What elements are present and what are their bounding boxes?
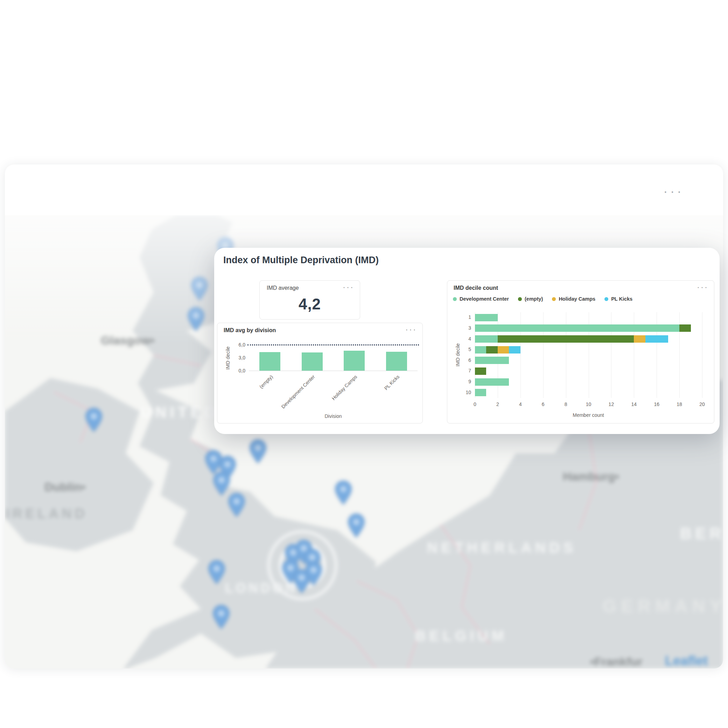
chart-title: IMD decile count <box>454 285 498 291</box>
bar-decile-6-segment[interactable] <box>475 356 509 364</box>
x-tick-label: 20 <box>699 401 705 407</box>
map-label-dublin: Dublin• <box>44 480 86 494</box>
map-label-belgium: BELGIUM <box>415 627 508 644</box>
y-category-label: 5 <box>454 347 471 352</box>
bar-decile-1-segment[interactable] <box>475 314 498 321</box>
bar-decile-4-segment[interactable] <box>645 335 668 343</box>
bar-decile-3-segment[interactable] <box>679 324 691 332</box>
bar-decile-4-segment[interactable] <box>498 335 634 343</box>
legend-swatch <box>518 297 522 301</box>
legend-swatch <box>552 297 556 301</box>
bar-decile-5-segment[interactable] <box>475 346 486 353</box>
x-tick-label: Holiday Camps <box>331 374 358 401</box>
imd-average-title: IMD average <box>267 285 299 291</box>
bar-PL Kicks[interactable] <box>386 352 407 371</box>
x-tick-label: 0 <box>474 401 476 407</box>
plot-area <box>249 345 418 371</box>
y-category-label: 1 <box>454 314 471 320</box>
legend-label: PL Kicks <box>611 296 632 302</box>
plot-area <box>475 312 702 398</box>
legend-item-3[interactable]: PL Kicks <box>604 296 632 302</box>
more-options-icon[interactable]: ··· <box>697 283 708 291</box>
y-category-label: 3 <box>454 325 471 331</box>
more-options-icon[interactable]: ··· <box>405 325 417 333</box>
bar-Development Center[interactable] <box>302 352 323 371</box>
bar-decile-10-segment[interactable] <box>475 389 486 396</box>
bar-decile-4-segment[interactable] <box>634 335 645 343</box>
bar-decile-4-segment[interactable] <box>475 335 498 343</box>
x-axis-title: Member count <box>573 412 604 418</box>
imd-avg-by-division-card: IMD avg by division ··· IMD decile 0,03,… <box>217 323 423 424</box>
bar-decile-5-segment[interactable] <box>509 346 520 353</box>
page: ··· <box>0 0 728 728</box>
map-label-hamburg: Hamburg• <box>563 470 619 483</box>
x-tick-label: 14 <box>632 401 637 407</box>
y-category-label: 6 <box>454 357 471 363</box>
legend-label: (empty) <box>525 296 543 302</box>
more-options-icon[interactable]: ··· <box>343 283 354 291</box>
legend-item-2[interactable]: Holiday Camps <box>552 296 595 302</box>
x-tick-label: 8 <box>564 401 567 407</box>
map-marker[interactable] <box>348 514 364 537</box>
x-tick-label: 4 <box>519 401 522 407</box>
map-label-berlin: BER <box>680 524 723 543</box>
legend-swatch <box>453 297 457 301</box>
x-tick-label: (empty) <box>258 374 274 390</box>
x-tick-label: 10 <box>586 401 592 407</box>
bar-Holiday Camps[interactable] <box>344 351 365 371</box>
bar-(empty)[interactable] <box>259 352 280 371</box>
legend: Development Center(empty)Holiday CampsPL… <box>453 296 632 302</box>
legend-swatch <box>604 297 608 301</box>
y-category-label: 4 <box>454 336 471 342</box>
imd-average-card: IMD average ··· 4,2 <box>259 280 360 320</box>
land-ireland <box>5 378 154 551</box>
imd-average-value: 4,2 <box>260 295 360 313</box>
imd-panel: Index of Multiple Deprivation (IMD) IMD … <box>214 248 720 434</box>
y-tick-label: 6,0 <box>229 342 245 347</box>
legend-item-1[interactable]: (empty) <box>518 296 543 302</box>
gridline <box>702 312 702 398</box>
map-label-netherlands: NETHERLANDS <box>427 539 577 556</box>
x-tick-label: PL Kicks <box>383 374 401 391</box>
panel-title: Index of Multiple Deprivation (IMD) <box>223 255 379 266</box>
bar-decile-5-segment[interactable] <box>498 346 509 353</box>
y-tick-label: 3,0 <box>229 355 245 361</box>
x-tick-label: Development Center <box>280 374 316 410</box>
x-tick-label: 16 <box>654 401 659 407</box>
y-category-label: 10 <box>454 390 471 395</box>
y-category-label: 9 <box>454 379 471 384</box>
x-axis-title: Division <box>324 413 342 419</box>
y-tick-label: 0,0 <box>229 368 245 373</box>
reference-line <box>248 344 419 346</box>
leaflet-attribution-link[interactable]: Leaflet <box>665 653 708 668</box>
bar-decile-7-segment[interactable] <box>475 367 486 375</box>
map-marker[interactable] <box>335 481 352 504</box>
dashboard-more-options-icon[interactable]: ··· <box>663 185 684 198</box>
map-label-london: LONDON <box>225 581 298 596</box>
imd-decile-count-card: IMD decile count ··· Development Center(… <box>447 280 714 424</box>
x-tick-label: 12 <box>609 401 614 407</box>
map-label-frankfurt: •Frankfur <box>590 655 642 668</box>
map-label-ireland: IRELAND <box>6 506 87 522</box>
legend-label: Development Center <box>460 296 509 302</box>
map-marker[interactable] <box>250 440 266 463</box>
legend-item-0[interactable]: Development Center <box>453 296 509 302</box>
x-tick-label: 2 <box>496 401 499 407</box>
y-category-label: 7 <box>454 368 471 373</box>
bar-decile-9-segment[interactable] <box>475 378 509 386</box>
chart-title: IMD avg by division <box>224 327 276 333</box>
x-tick-label: 6 <box>542 401 544 407</box>
map-label-glasgow: Glasgow• <box>101 333 155 347</box>
map-label-germany: GERMANY <box>603 596 723 616</box>
legend-label: Holiday Camps <box>558 296 595 302</box>
bar-decile-3-segment[interactable] <box>475 324 679 332</box>
x-tick-label: 18 <box>676 401 682 407</box>
bar-decile-5-segment[interactable] <box>486 346 497 353</box>
